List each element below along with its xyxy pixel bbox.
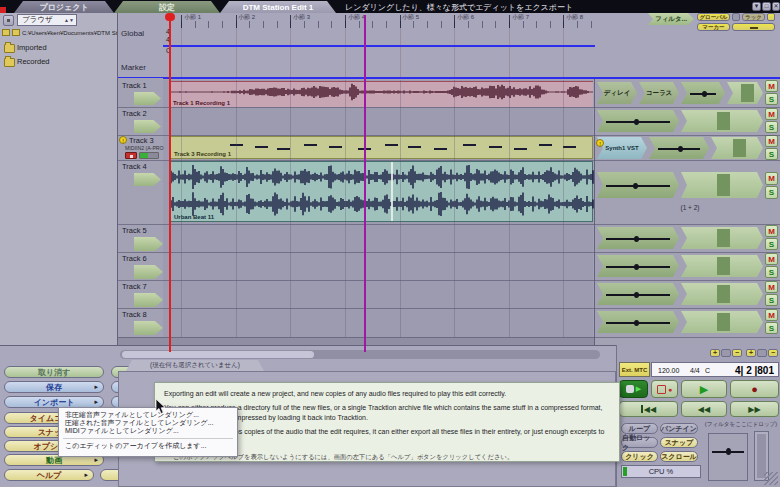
- plugin-synth1-vst[interactable]: Synth1 VST: [597, 137, 647, 159]
- undo-button[interactable]: 取り消す: [4, 366, 104, 378]
- solo-button-track5[interactable]: S: [765, 238, 778, 250]
- zoom-out-tracks-icon[interactable]: −: [732, 349, 742, 357]
- track-name[interactable]: Track 4: [122, 162, 147, 171]
- scroll-toggle[interactable]: スクロール: [660, 451, 698, 462]
- auto-lock-toggle[interactable]: 自動ロック: [621, 437, 658, 448]
- tab-project[interactable]: プロジェクト: [14, 1, 114, 13]
- automation-play-button[interactable]: ▶: [619, 380, 648, 398]
- tab-settings[interactable]: 設定: [114, 1, 220, 13]
- mute-button-track4[interactable]: M: [765, 172, 778, 185]
- fast-forward-button[interactable]: ▶▶: [730, 401, 779, 417]
- play-button[interactable]: ▶: [681, 380, 727, 398]
- close-icon[interactable]: ✕: [772, 2, 780, 11]
- maximize-icon[interactable]: □: [762, 2, 771, 11]
- zoom-in-time-icon[interactable]: +: [746, 349, 756, 357]
- tab-edit[interactable]: DTM Station Edit 1: [220, 1, 336, 13]
- click-toggle[interactable]: クリック: [621, 451, 658, 462]
- zoom-fit-tracks-icon[interactable]: [721, 349, 731, 357]
- global-lock-icon[interactable]: [732, 13, 740, 21]
- warning-icon[interactable]: !: [119, 136, 127, 144]
- solo-button-track6[interactable]: S: [765, 266, 778, 278]
- track-name[interactable]: Track 1: [122, 81, 147, 90]
- rack-add-icon[interactable]: [767, 13, 775, 21]
- minimize-icon[interactable]: ▼: [752, 2, 761, 11]
- transport-info-strip[interactable]: 120.00 4/4 C 4| 2 |801: [651, 362, 779, 377]
- timeline-scrollbar-groove[interactable]: [120, 350, 600, 359]
- browser-selector-dropdown[interactable]: ブラウザ ▲▼: [17, 14, 77, 26]
- mute-button-track1[interactable]: M: [765, 80, 778, 92]
- track-name[interactable]: Track 6: [122, 254, 147, 263]
- solo-button-track7[interactable]: S: [765, 294, 778, 306]
- track-name[interactable]: Track 5: [122, 226, 147, 235]
- marker-track-button[interactable]: マーカー: [697, 23, 730, 31]
- rack-button[interactable]: ラック: [742, 13, 765, 21]
- marker-lane-button[interactable]: [732, 23, 775, 31]
- record-arm-button[interactable]: [125, 152, 137, 159]
- track-name[interactable]: Track 7: [122, 282, 147, 291]
- return-to-start-button[interactable]: ◀◀: [619, 401, 678, 417]
- resize-grip-icon[interactable]: [764, 472, 778, 485]
- properties-tab[interactable]: (現在何も選択されていません): [126, 360, 264, 371]
- filter-button[interactable]: フィルタ...: [648, 13, 694, 25]
- mute-button-track2[interactable]: M: [765, 108, 778, 120]
- mute-button-track7[interactable]: M: [765, 281, 778, 293]
- solo-button-track4[interactable]: S: [765, 186, 778, 199]
- solo-button-track3[interactable]: S: [765, 148, 778, 160]
- volume-fader-track6[interactable]: [597, 255, 679, 277]
- output-destination-label[interactable]: (1 + 2): [660, 204, 720, 211]
- volume-fader-track8[interactable]: [597, 311, 679, 333]
- plugin-delay[interactable]: ディレイ: [597, 82, 637, 104]
- help-button[interactable]: ヘルプ▸: [4, 469, 94, 481]
- volume-fader-track2[interactable]: [597, 110, 679, 132]
- timesig-display[interactable]: 4/4: [690, 367, 700, 374]
- track3-midi-input-label[interactable]: MIDIIN2 (A-PRO: [125, 145, 164, 151]
- rewind-button[interactable]: ◀◀: [681, 401, 727, 417]
- spinner-arrows-icon[interactable]: ▲▼: [64, 17, 74, 23]
- track-name[interactable]: Track 3: [129, 136, 154, 145]
- playhead-cursor[interactable]: [169, 13, 171, 352]
- audio-clip-track4[interactable]: Urban Beat 11: [170, 161, 593, 222]
- browser-item-imported[interactable]: Imported: [17, 43, 47, 52]
- record-button[interactable]: ●: [730, 380, 779, 398]
- snap-toggle[interactable]: スナップ: [660, 437, 698, 448]
- midi-clip-track3[interactable]: Track 3 Recording 1: [170, 136, 593, 159]
- folder-home-icon[interactable]: [12, 29, 20, 36]
- tempo-display[interactable]: 120.00: [658, 367, 679, 374]
- zoom-in-tracks-icon[interactable]: +: [710, 349, 720, 357]
- position-display[interactable]: 4| 2 |801: [735, 365, 774, 376]
- browser-item-recorded[interactable]: Recorded: [17, 57, 50, 66]
- volume-fader-track1[interactable]: [681, 82, 725, 104]
- edit-cursor[interactable]: [364, 15, 366, 352]
- zoom-fit-time-icon[interactable]: [757, 349, 767, 357]
- safe-record-button[interactable]: ●: [651, 380, 678, 398]
- mute-button-track6[interactable]: M: [765, 253, 778, 265]
- save-button[interactable]: 保存▸: [4, 381, 104, 393]
- volume-fader-track4[interactable]: [597, 172, 679, 198]
- master-volume-fader[interactable]: [708, 433, 748, 481]
- menu-item-create-archive[interactable]: このエディットのアーカイブを作成します...: [59, 442, 237, 450]
- track-name[interactable]: Track 8: [122, 310, 147, 319]
- key-display[interactable]: C: [705, 367, 710, 374]
- zoom-out-time-icon[interactable]: −: [768, 349, 778, 357]
- volume-fader-track3[interactable]: [649, 137, 709, 159]
- global-track-button[interactable]: グローバル: [697, 13, 730, 21]
- browser-mode-button[interactable]: [3, 15, 14, 26]
- ext-mtc-sync-button[interactable]: Ext. MTC: [619, 362, 650, 377]
- punch-in-toggle[interactable]: パンチイン: [660, 423, 698, 434]
- volume-fader-track7[interactable]: [597, 283, 679, 305]
- plugin-chorus[interactable]: コーラス: [639, 82, 679, 104]
- playhead-handle[interactable]: [165, 13, 175, 21]
- solo-button-track1[interactable]: S: [765, 93, 778, 105]
- menu-item-render-midi[interactable]: MIDIファイルとしてレンダリング...: [59, 427, 237, 435]
- volume-fader-track5[interactable]: [597, 227, 679, 249]
- mute-button-track8[interactable]: M: [765, 309, 778, 321]
- folder-up-icon[interactable]: [2, 29, 10, 36]
- tempo-curve-line[interactable]: [163, 45, 595, 47]
- solo-button-track2[interactable]: S: [765, 121, 778, 133]
- mute-button-track3[interactable]: M: [765, 135, 778, 147]
- solo-button-track8[interactable]: S: [765, 322, 778, 334]
- track-name[interactable]: Track 2: [122, 109, 147, 118]
- audio-clip-track1[interactable]: Track 1 Recording 1: [170, 81, 593, 107]
- master-fader-knob[interactable]: [726, 448, 731, 455]
- mute-button-track5[interactable]: M: [765, 225, 778, 237]
